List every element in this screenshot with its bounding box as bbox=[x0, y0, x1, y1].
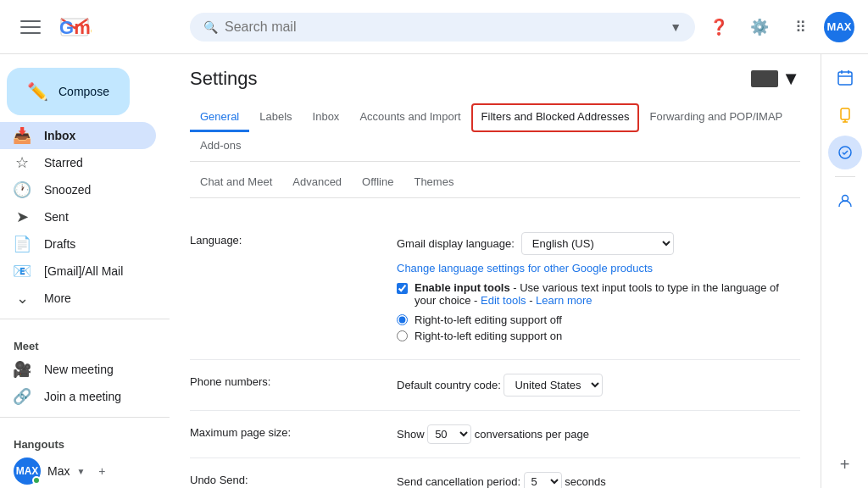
topbar: Gmail 🔍 ▼ ❓ ⚙️ ⠿ MAX bbox=[0, 0, 868, 54]
tab-forwarding[interactable]: Forwarding and POP/IMAP bbox=[639, 103, 793, 132]
presence-dot bbox=[32, 476, 41, 485]
help-button[interactable]: ❓ bbox=[702, 10, 736, 44]
topbar-right: ❓ ⚙️ ⠿ MAX bbox=[702, 10, 854, 44]
undo-send-row: Undo Send: Send cancellation period: 5 1… bbox=[190, 458, 800, 488]
calendar-svg bbox=[837, 69, 854, 86]
change-lang-link[interactable]: Change language settings for other Googl… bbox=[397, 262, 653, 274]
more-icon: ⌄ bbox=[14, 290, 31, 307]
tab-advanced[interactable]: Advanced bbox=[282, 169, 352, 197]
compose-plus-icon: ✏️ bbox=[27, 81, 48, 102]
title-right: ▼ bbox=[751, 68, 800, 90]
title-dropdown-icon[interactable]: ▼ bbox=[782, 68, 800, 90]
avatar[interactable]: MAX bbox=[824, 12, 854, 42]
page-size-select[interactable]: 50 25 100 bbox=[427, 424, 471, 444]
language-row: Language: Gmail display language: Englis… bbox=[190, 219, 800, 360]
inbox-icon: 📥 bbox=[14, 127, 31, 144]
calendar-icon-btn[interactable] bbox=[828, 61, 862, 95]
cancellation-period-select[interactable]: 5 10 20 30 bbox=[524, 472, 562, 488]
hangouts-item-max[interactable]: MAX Max ▼ + bbox=[0, 454, 170, 488]
svg-text:Gmail: Gmail bbox=[59, 17, 92, 38]
gmail-logo: Gmail bbox=[58, 15, 92, 39]
sidebar-label-starred: Starred bbox=[44, 156, 83, 169]
topbar-left: Gmail bbox=[14, 10, 183, 44]
contacts-svg bbox=[837, 192, 854, 209]
display-lang-row: Gmail display language: English (US) bbox=[397, 232, 800, 255]
all-mail-icon: 📧 bbox=[14, 263, 31, 280]
enable-input-label: Enable input tools - Use various text in… bbox=[415, 281, 800, 307]
sent-icon: ➤ bbox=[14, 208, 31, 225]
sidebar-item-new-meeting[interactable]: 🎥 New meeting bbox=[0, 356, 156, 383]
tab-offline[interactable]: Offline bbox=[352, 169, 403, 197]
join-meeting-icon: 🔗 bbox=[14, 388, 31, 405]
settings-button[interactable]: ⚙️ bbox=[743, 10, 776, 44]
settings-title: Settings bbox=[190, 68, 258, 90]
enable-input-tools-row: Enable input tools - Use various text in… bbox=[397, 281, 800, 307]
display-lang-select[interactable]: English (US) bbox=[521, 232, 674, 255]
svg-rect-6 bbox=[841, 108, 849, 119]
sidebar-divider-2 bbox=[0, 417, 170, 418]
tab-addons[interactable]: Add-ons bbox=[190, 132, 251, 161]
right-sidebar-separator bbox=[835, 176, 855, 177]
apps-button[interactable]: ⠿ bbox=[783, 10, 817, 44]
hangout-avatar: MAX bbox=[14, 458, 41, 485]
search-bar[interactable]: 🔍 ▼ bbox=[190, 13, 695, 42]
menu-button[interactable] bbox=[14, 10, 47, 44]
tab-chat[interactable]: Chat and Meet bbox=[190, 169, 282, 197]
rtl-on-label: Right-to-left editing support on bbox=[415, 330, 562, 342]
sidebar-label-snoozed: Snoozed bbox=[44, 183, 91, 197]
rtl-off-radio[interactable] bbox=[397, 314, 408, 325]
add-hangout-button[interactable]: + bbox=[92, 461, 112, 481]
rtl-off-row: Right-to-left editing support off bbox=[397, 313, 800, 326]
tab-accounts[interactable]: Accounts and Import bbox=[349, 103, 470, 132]
tab-general[interactable]: General bbox=[190, 103, 249, 132]
tab-labels[interactable]: Labels bbox=[249, 103, 302, 132]
search-dropdown-icon[interactable]: ▼ bbox=[670, 20, 682, 34]
compose-button[interactable]: ✏️ Compose bbox=[7, 68, 130, 115]
sidebar-item-starred[interactable]: ☆ Starred bbox=[0, 149, 156, 176]
sidebar-label-inbox: Inbox bbox=[44, 129, 75, 142]
page-size-row: Maximum page size: Show 50 25 100 conver… bbox=[190, 411, 800, 458]
sidebar-item-snoozed[interactable]: 🕐 Snoozed bbox=[0, 176, 156, 203]
sidebar-item-drafts[interactable]: 📄 Drafts bbox=[0, 230, 156, 258]
sidebar-item-more[interactable]: ⌄ More bbox=[0, 285, 156, 312]
contacts-icon-btn[interactable] bbox=[828, 184, 862, 218]
settings-title-row: Settings ▼ bbox=[190, 68, 800, 90]
edit-tools-link[interactable]: Edit tools bbox=[481, 294, 526, 307]
hamburger-icon bbox=[20, 17, 41, 37]
tab-themes[interactable]: Themes bbox=[403, 169, 464, 197]
right-sidebar: + bbox=[821, 54, 868, 488]
rtl-on-radio[interactable] bbox=[397, 330, 408, 341]
starred-icon: ☆ bbox=[14, 154, 31, 171]
add-app-button[interactable]: + bbox=[828, 447, 862, 481]
preview-icon bbox=[751, 70, 778, 87]
sidebar-item-join-meeting[interactable]: 🔗 Join a meeting bbox=[0, 383, 156, 410]
learn-more-input-link[interactable]: Learn more bbox=[536, 294, 592, 307]
phone-control: Default country code: United States bbox=[397, 374, 800, 396]
conversations-per-page-label: conversations per page bbox=[475, 428, 589, 441]
page-size-label: Maximum page size: bbox=[190, 424, 376, 444]
sidebar-item-sent[interactable]: ➤ Sent bbox=[0, 203, 156, 230]
tab-filters[interactable]: Filters and Blocked Addresses bbox=[471, 103, 640, 132]
svg-rect-2 bbox=[838, 72, 852, 85]
tab-inbox[interactable]: Inbox bbox=[303, 103, 350, 132]
search-icon: 🔍 bbox=[203, 20, 218, 34]
keep-icon-btn[interactable] bbox=[828, 98, 862, 132]
main-layout: ✏️ Compose 📥 Inbox ☆ Starred 🕐 Snoozed ➤… bbox=[0, 54, 868, 488]
hangout-expand-icon: ▼ bbox=[76, 467, 85, 476]
sidebar-item-inbox[interactable]: 📥 Inbox bbox=[0, 122, 156, 149]
tasks-icon-btn[interactable] bbox=[828, 136, 862, 169]
enable-input-tools-checkbox[interactable] bbox=[397, 283, 408, 294]
country-code-label: Default country code: bbox=[397, 379, 504, 391]
phone-label: Phone numbers: bbox=[190, 374, 376, 396]
cancellation-period-label: Send cancellation period: bbox=[397, 475, 524, 488]
sidebar-item-all-mail[interactable]: 📧 [Gmail]/All Mail bbox=[0, 258, 156, 285]
meet-section-label: Meet bbox=[0, 326, 170, 356]
phone-row: Phone numbers: Default country code: Uni… bbox=[190, 360, 800, 411]
sidebar-label-sent: Sent bbox=[44, 210, 69, 224]
settings-tabs-row2: Chat and Meet Advanced Offline Themes bbox=[190, 169, 800, 198]
language-control: Gmail display language: English (US) Cha… bbox=[397, 232, 800, 346]
page-size-control: Show 50 25 100 conversations per page bbox=[397, 424, 800, 444]
country-code-select[interactable]: United States bbox=[504, 374, 603, 396]
search-input[interactable] bbox=[225, 19, 663, 35]
gmail-logo-svg: Gmail bbox=[58, 15, 92, 39]
